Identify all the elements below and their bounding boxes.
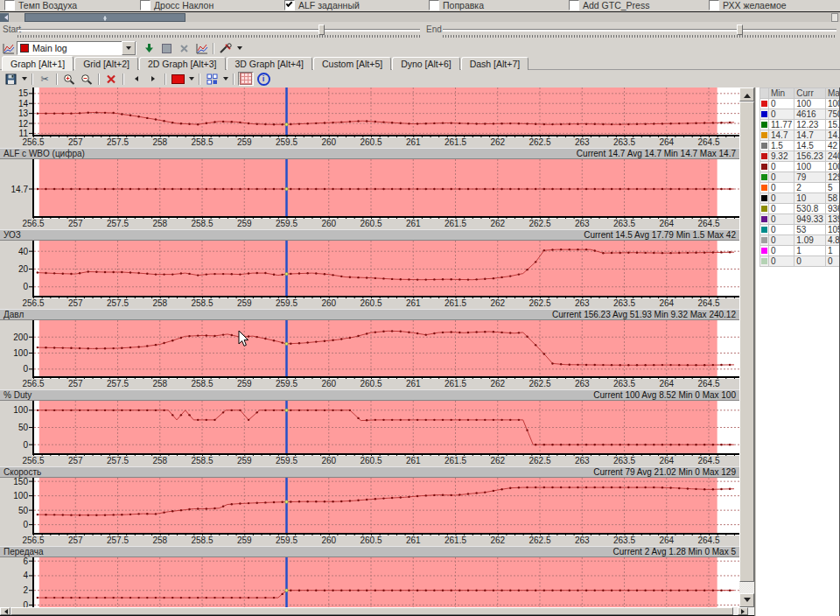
- panel-header-panel-uoz: УОЗCurrent 14.5 Avg 17.79 Min 1.5 Max 42: [0, 229, 739, 241]
- checkbox-icon[interactable]: [429, 0, 439, 10]
- stats-col-curr[interactable]: Curr: [794, 88, 826, 99]
- graphs-horizontal-scrollbar[interactable]: [0, 607, 754, 616]
- overview-scrollbar-thumb[interactable]: [24, 13, 186, 22]
- horizontal-scrollbar-thumb[interactable]: [10, 607, 733, 615]
- vertical-scrollbar-thumb[interactable]: [739, 102, 754, 582]
- stat-min: 0: [769, 193, 794, 204]
- stats-row-15[interactable]: 011: [760, 246, 840, 256]
- tab-3d[interactable]: 3D Graph [Alt+4]: [227, 57, 313, 70]
- delete-button[interactable]: [103, 72, 119, 86]
- log-selector-dropdown[interactable]: [122, 41, 136, 55]
- graph-plot-panel-gear[interactable]: 6420: [0, 557, 739, 607]
- stats-row-9[interactable]: 025: [760, 183, 840, 193]
- layout-button[interactable]: [204, 72, 220, 86]
- scroll-left-icon[interactable]: [0, 607, 10, 615]
- prev-button[interactable]: [128, 72, 144, 86]
- stats-row-10[interactable]: 01058: [760, 193, 840, 204]
- info-button[interactable]: i: [256, 72, 271, 86]
- stats-col-max[interactable]: Max: [825, 88, 840, 99]
- checkbox-icon[interactable]: [140, 0, 150, 10]
- stats-row-1[interactable]: 0100100: [760, 99, 840, 109]
- tab-custom[interactable]: Custom [Alt+5]: [313, 57, 391, 70]
- graph-plot-panel-top[interactable]: 1514131211: [0, 88, 739, 137]
- stats-row-13[interactable]: 053105: [760, 225, 840, 235]
- panel-title: ALF с WBO (цифра): [4, 149, 85, 158]
- settings-button[interactable]: [218, 41, 234, 55]
- graph-plot-panel-duty[interactable]: 100500: [0, 401, 739, 456]
- filter-checkbox-4[interactable]: Поправка: [429, 0, 484, 11]
- graph-plot-panel-uoz[interactable]: 40200: [0, 241, 739, 298]
- line-color-dropdown[interactable]: [187, 72, 195, 86]
- save-dropdown[interactable]: [20, 72, 28, 86]
- save-button[interactable]: [3, 72, 18, 86]
- checkbox-icon[interactable]: [4, 0, 15, 10]
- checkbox-icon[interactable]: [569, 0, 579, 10]
- svg-text:13: 13: [18, 108, 29, 118]
- filter-checkbox-1[interactable]: Темп Воздуха: [4, 0, 77, 11]
- tab-2d[interactable]: 2D Graph [Alt+3]: [139, 57, 226, 70]
- channel-color-swatch: [760, 204, 769, 214]
- stat-min: 0: [769, 204, 794, 214]
- graph-plot-panel-speed[interactable]: 150100500: [0, 478, 739, 536]
- end-slider-ticks: [443, 35, 836, 38]
- cut-button[interactable]: ✂: [37, 72, 52, 86]
- layout-dropdown[interactable]: [221, 72, 229, 86]
- scroll-down-icon[interactable]: [739, 593, 754, 607]
- x-axis-labels: 256.5257257.5258258.5259259.5260260.5261…: [0, 536, 739, 546]
- tab-grid[interactable]: Grid [Alt+2]: [74, 57, 138, 70]
- zoom-in-button[interactable]: [61, 72, 77, 86]
- overview-scrollbar[interactable]: [0, 11, 840, 22]
- stats-row-12[interactable]: 0949.331392: [760, 214, 840, 225]
- scroll-up-icon[interactable]: [739, 88, 754, 102]
- start-slider[interactable]: [18, 24, 420, 39]
- load-log-button[interactable]: [141, 41, 157, 55]
- stats-row-14[interactable]: 01.094.84: [760, 235, 840, 246]
- filter-checkbox-label: Add GTC_Press: [583, 0, 649, 10]
- line-color-button[interactable]: [170, 72, 186, 86]
- end-slider-thumb[interactable]: [737, 24, 743, 35]
- svg-text:15: 15: [18, 88, 29, 98]
- stats-row-16[interactable]: 000: [760, 256, 840, 267]
- filter-checkbox-2[interactable]: Дросс Наклон: [140, 0, 214, 11]
- x-axis-tick-label: 258: [143, 298, 178, 308]
- tab-graph[interactable]: Graph [Alt+1]: [2, 56, 74, 71]
- graphs-vertical-scrollbar[interactable]: [739, 88, 754, 607]
- checkbox-icon[interactable]: [709, 0, 719, 10]
- add-graph-button[interactable]: [193, 41, 209, 55]
- settings-dropdown[interactable]: [235, 41, 243, 55]
- zoom-out-button[interactable]: [79, 72, 94, 86]
- end-slider[interactable]: [443, 24, 836, 39]
- graph-plot-panel-davl[interactable]: 2001000: [0, 320, 739, 379]
- stats-row-6[interactable]: 9.32156.23240.1: [760, 151, 840, 162]
- stats-row-2[interactable]: 046167507: [760, 109, 840, 120]
- overview-scroll-left-icon[interactable]: [0, 13, 9, 22]
- filter-checkbox-3[interactable]: ALF заданный: [284, 0, 360, 11]
- checkbox-checked-icon[interactable]: [284, 0, 295, 10]
- scroll-right-icon[interactable]: [738, 607, 748, 615]
- tab-dash[interactable]: Dash [Alt+7]: [461, 57, 529, 70]
- x-axis-tick-label: 260.5: [354, 298, 388, 308]
- start-slider-thumb[interactable]: [318, 24, 325, 35]
- overview-scroll-right-icon[interactable]: [831, 13, 838, 22]
- x-axis-tick-label: 264: [649, 456, 684, 466]
- filter-checkbox-6[interactable]: РХХ желаемое: [709, 0, 787, 11]
- x-axis-tick-label: 262.5: [522, 298, 557, 308]
- stats-row-4[interactable]: 14.714.714.7: [760, 130, 840, 141]
- stats-row-11[interactable]: 0530.8936.: [760, 204, 840, 214]
- stats-row-8[interactable]: 079129: [760, 172, 840, 183]
- x-axis-tick-label: 262: [480, 137, 515, 147]
- graph-plot-panel-alf-wbo[interactable]: 14.7: [0, 159, 739, 219]
- stats-row-5[interactable]: 1.514.542: [760, 141, 840, 151]
- stats-row-3[interactable]: 11.7712.2315.3: [760, 120, 840, 130]
- log-selector[interactable]: Main log: [17, 41, 136, 55]
- stats-col-min[interactable]: Min: [769, 88, 794, 99]
- filter-checkbox-5[interactable]: Add GTC_Press: [569, 0, 649, 11]
- background-toggle-button[interactable]: [238, 72, 254, 86]
- next-button[interactable]: [145, 72, 161, 86]
- stop-log-button[interactable]: [158, 41, 174, 55]
- x-axis-tick-label: 263.5: [607, 379, 642, 388]
- stats-row-7[interactable]: 0100100: [760, 162, 840, 172]
- tab-dyno[interactable]: Dyno [Alt+6]: [392, 57, 460, 70]
- close-log-button[interactable]: [176, 41, 192, 55]
- stat-max: 5: [825, 183, 840, 193]
